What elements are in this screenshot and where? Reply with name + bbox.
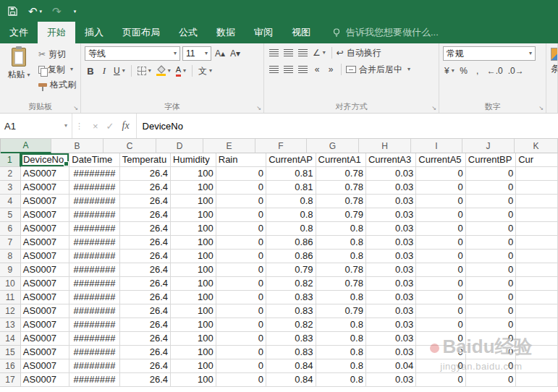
cell-C10[interactable]: 26.4 xyxy=(120,277,171,291)
cell-J7[interactable]: 0 xyxy=(466,236,516,250)
cell-C8[interactable]: 26.4 xyxy=(120,250,171,263)
cell-H8[interactable]: 0.03 xyxy=(366,250,416,263)
cell-K11[interactable] xyxy=(516,291,558,304)
phonetic-guide-button[interactable]: 文▾ xyxy=(197,64,214,77)
cell-H3[interactable]: 0.03 xyxy=(366,181,416,195)
fill-color-button[interactable]: ▾ xyxy=(155,64,172,77)
cell-A6[interactable]: AS0007 xyxy=(21,222,69,236)
cell-F14[interactable]: 0.83 xyxy=(266,332,316,346)
align-bottom-button[interactable] xyxy=(297,46,309,59)
tell-me-box[interactable]: 告诉我您想要做什么... xyxy=(331,22,439,43)
column-header-F[interactable]: F xyxy=(255,139,307,153)
cell-D12[interactable]: 100 xyxy=(171,304,216,318)
cell-G16[interactable]: 0.8 xyxy=(316,359,366,373)
formula-input[interactable]: DeviceNo xyxy=(137,114,558,138)
cell-C17[interactable]: 26.4 xyxy=(120,373,171,387)
cell-I15[interactable]: 0 xyxy=(416,346,465,359)
font-size-select[interactable]: 11▾ xyxy=(182,46,211,61)
cell-D16[interactable]: 100 xyxy=(171,359,216,373)
cell-G12[interactable]: 0.79 xyxy=(316,304,366,318)
cell-H17[interactable]: 0.03 xyxy=(366,373,416,387)
cell-G15[interactable]: 0.8 xyxy=(316,346,366,359)
cell-I9[interactable]: 0 xyxy=(416,263,465,277)
cell-H15[interactable]: 0.03 xyxy=(366,346,416,359)
cell-A17[interactable]: AS0007 xyxy=(21,373,69,387)
cell-D4[interactable]: 100 xyxy=(171,195,216,208)
cell-B13[interactable]: ######## xyxy=(69,318,119,332)
cell-J2[interactable]: 0 xyxy=(466,167,516,181)
row-header-9[interactable]: 9 xyxy=(0,263,21,277)
cell-F7[interactable]: 0.86 xyxy=(266,236,316,250)
cell-H9[interactable]: 0.03 xyxy=(366,263,416,277)
cell-J1[interactable]: CurrentBP xyxy=(466,153,516,167)
increase-decimal-button[interactable]: ←.0 xyxy=(486,64,504,77)
underline-button[interactable]: U▾ xyxy=(112,64,127,77)
cell-H7[interactable]: 0.03 xyxy=(366,236,416,250)
cell-G11[interactable]: 0.8 xyxy=(316,291,366,304)
cell-E11[interactable]: 0 xyxy=(216,291,266,304)
cell-J15[interactable]: 0 xyxy=(466,346,516,359)
cell-B5[interactable]: ######## xyxy=(69,208,119,222)
format-painter-button[interactable]: 格式刷 xyxy=(38,78,76,91)
merge-center-button[interactable]: 合并后居中▾ xyxy=(346,63,410,76)
cell-D9[interactable]: 100 xyxy=(171,263,216,277)
row-header-13[interactable]: 13 xyxy=(0,318,21,332)
cell-K4[interactable] xyxy=(516,195,558,208)
cell-F11[interactable]: 0.83 xyxy=(266,291,316,304)
cell-J8[interactable]: 0 xyxy=(466,250,516,263)
cell-C12[interactable]: 26.4 xyxy=(120,304,171,318)
cell-I17[interactable]: 0 xyxy=(416,373,465,387)
cell-B15[interactable]: ######## xyxy=(69,346,119,359)
cell-F13[interactable]: 0.82 xyxy=(266,318,316,332)
borders-button[interactable]: ▾ xyxy=(136,64,153,77)
cell-H14[interactable]: 0.03 xyxy=(366,332,416,346)
cell-C4[interactable]: 26.4 xyxy=(120,195,171,208)
font-dialog-launcher-icon[interactable]: ↘ xyxy=(256,105,261,111)
cell-C9[interactable]: 26.4 xyxy=(120,263,171,277)
cell-B10[interactable]: ######## xyxy=(69,277,119,291)
cell-H10[interactable]: 0.03 xyxy=(366,277,416,291)
cell-A4[interactable]: AS0007 xyxy=(21,195,69,208)
cell-K12[interactable] xyxy=(516,304,558,318)
tab-页面布局[interactable]: 页面布局 xyxy=(113,22,169,43)
percent-style-button[interactable]: % xyxy=(458,64,470,77)
column-header-C[interactable]: C xyxy=(103,139,156,153)
cell-G13[interactable]: 0.8 xyxy=(316,318,366,332)
column-header-B[interactable]: B xyxy=(51,139,103,153)
row-header-16[interactable]: 16 xyxy=(0,359,21,373)
cell-F1[interactable]: CurrentAP xyxy=(266,153,316,167)
cell-K2[interactable] xyxy=(516,167,558,181)
cell-F5[interactable]: 0.8 xyxy=(266,208,316,222)
cell-I2[interactable]: 0 xyxy=(416,167,465,181)
tab-插入[interactable]: 插入 xyxy=(75,22,113,43)
cell-K9[interactable] xyxy=(516,263,558,277)
cell-G8[interactable]: 0.8 xyxy=(316,250,366,263)
cell-F15[interactable]: 0.83 xyxy=(266,346,316,359)
cell-E3[interactable]: 0 xyxy=(216,181,266,195)
column-header-K[interactable]: K xyxy=(515,139,558,153)
cell-E14[interactable]: 0 xyxy=(216,332,266,346)
cell-E10[interactable]: 0 xyxy=(216,277,266,291)
cell-J10[interactable]: 0 xyxy=(466,277,516,291)
cell-D7[interactable]: 100 xyxy=(171,236,216,250)
cell-F9[interactable]: 0.79 xyxy=(266,263,316,277)
cell-C5[interactable]: 26.4 xyxy=(120,208,171,222)
font-color-button[interactable]: A▾ xyxy=(174,64,187,77)
cell-B6[interactable]: ######## xyxy=(69,222,119,236)
clipboard-dialog-launcher-icon[interactable]: ↘ xyxy=(73,105,78,111)
cell-E6[interactable]: 0 xyxy=(216,222,266,236)
cell-E2[interactable]: 0 xyxy=(216,167,266,181)
alignment-dialog-launcher-icon[interactable]: ↘ xyxy=(431,105,436,111)
cell-E4[interactable]: 0 xyxy=(216,195,266,208)
cell-C16[interactable]: 26.4 xyxy=(120,359,171,373)
cell-B2[interactable]: ######## xyxy=(69,167,119,181)
undo-button[interactable]: ↶▾ xyxy=(28,6,42,17)
cell-C6[interactable]: 26.4 xyxy=(120,222,171,236)
cell-D15[interactable]: 100 xyxy=(171,346,216,359)
cell-B9[interactable]: ######## xyxy=(69,263,119,277)
cell-A16[interactable]: AS0007 xyxy=(21,359,69,373)
tab-数据[interactable]: 数据 xyxy=(207,22,245,43)
cell-C7[interactable]: 26.4 xyxy=(120,236,171,250)
cell-B8[interactable]: ######## xyxy=(69,250,119,263)
row-header-3[interactable]: 3 xyxy=(0,181,21,195)
